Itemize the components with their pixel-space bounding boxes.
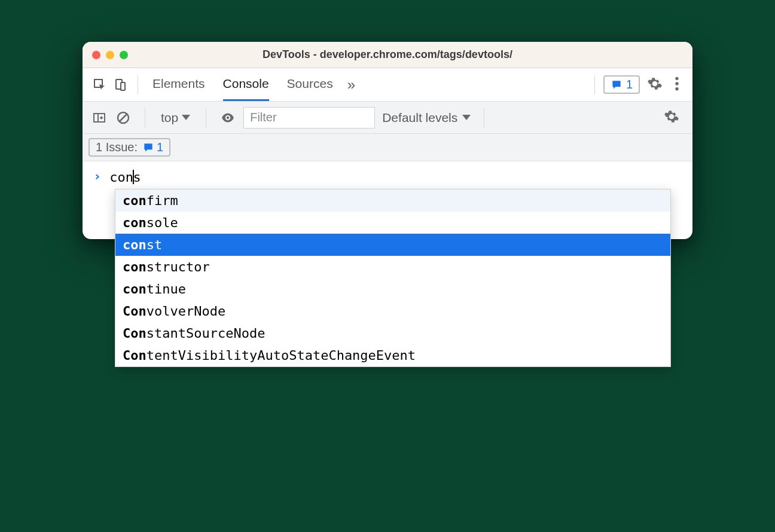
- svg-rect-2: [121, 82, 125, 90]
- divider: [206, 108, 206, 127]
- settings-icon[interactable]: [642, 74, 667, 96]
- issues-row: 1 Issue: 1: [83, 134, 692, 161]
- tab-sources[interactable]: Sources: [287, 68, 333, 101]
- svg-line-8: [120, 114, 127, 121]
- divider: [138, 75, 138, 94]
- autocomplete-item[interactable]: const: [115, 234, 670, 256]
- chevron-down-icon: [462, 115, 471, 120]
- autocomplete-popup: confirmconsoleconstconstructorcontinueCo…: [115, 189, 671, 367]
- issues-badge[interactable]: 1 Issue: 1: [89, 138, 170, 157]
- titlebar: DevTools - developer.chrome.com/tags/dev…: [83, 42, 692, 68]
- execution-context-select[interactable]: top: [158, 111, 193, 125]
- more-tabs-button[interactable]: »: [347, 77, 355, 93]
- main-toolbar: Elements Console Sources » 1: [83, 68, 692, 102]
- svg-point-5: [675, 87, 678, 90]
- close-window-button[interactable]: [92, 51, 100, 59]
- console-sidebar-toggle-icon[interactable]: [91, 109, 108, 126]
- issues-text: 1 Issue:: [96, 140, 138, 154]
- tab-console[interactable]: Console: [223, 68, 269, 101]
- live-expression-icon[interactable]: [219, 109, 236, 126]
- log-levels-select[interactable]: Default levels: [382, 111, 471, 125]
- console-toolbar: top Default levels: [83, 102, 692, 134]
- console-settings-icon[interactable]: [659, 106, 684, 129]
- more-options-icon[interactable]: [670, 74, 684, 96]
- autocomplete-item[interactable]: confirm: [115, 189, 670, 212]
- autocomplete-item[interactable]: ContentVisibilityAutoStateChangeEvent: [115, 344, 670, 366]
- autocomplete-item[interactable]: continue: [115, 278, 670, 300]
- filter-input[interactable]: [243, 107, 375, 129]
- issues-count: 1: [157, 140, 163, 154]
- levels-label: Default levels: [382, 111, 457, 125]
- input-text-before: con: [109, 170, 133, 185]
- console-prompt[interactable]: › cons: [83, 161, 692, 191]
- chevron-down-icon: [182, 115, 190, 120]
- divider: [594, 75, 595, 94]
- svg-point-3: [675, 77, 678, 80]
- divider: [145, 108, 145, 127]
- console-input[interactable]: cons: [109, 167, 141, 185]
- autocomplete-item[interactable]: constructor: [115, 256, 670, 278]
- maximize-window-button[interactable]: [120, 51, 128, 59]
- input-text-after: s: [133, 170, 141, 185]
- traffic-lights: [92, 51, 128, 59]
- autocomplete-item[interactable]: ConstantSourceNode: [115, 322, 670, 344]
- autocomplete-item[interactable]: ConvolverNode: [115, 300, 670, 322]
- svg-point-4: [675, 82, 678, 85]
- autocomplete-item[interactable]: console: [115, 212, 670, 234]
- text-cursor: [133, 170, 134, 184]
- devtools-window: DevTools - developer.chrome.com/tags/dev…: [83, 42, 692, 239]
- divider: [484, 108, 484, 127]
- panel-tabs: Elements Console Sources: [152, 68, 333, 101]
- tab-elements[interactable]: Elements: [152, 68, 205, 101]
- issues-chip-count: 1: [626, 78, 633, 91]
- minimize-window-button[interactable]: [106, 51, 114, 59]
- speech-bubble-icon: [142, 142, 154, 154]
- console-body: › cons confirmconsoleconstconstructorcon…: [83, 161, 692, 239]
- svg-point-9: [227, 116, 229, 118]
- device-toggle-icon[interactable]: [111, 76, 129, 94]
- issues-chip[interactable]: 1: [603, 75, 640, 94]
- inspect-element-icon[interactable]: [91, 76, 109, 94]
- speech-bubble-icon: [611, 79, 623, 91]
- clear-console-icon[interactable]: [115, 109, 132, 126]
- window-title: DevTools - developer.chrome.com/tags/dev…: [83, 48, 692, 61]
- context-label: top: [161, 111, 178, 125]
- prompt-chevron-icon: ›: [93, 169, 101, 184]
